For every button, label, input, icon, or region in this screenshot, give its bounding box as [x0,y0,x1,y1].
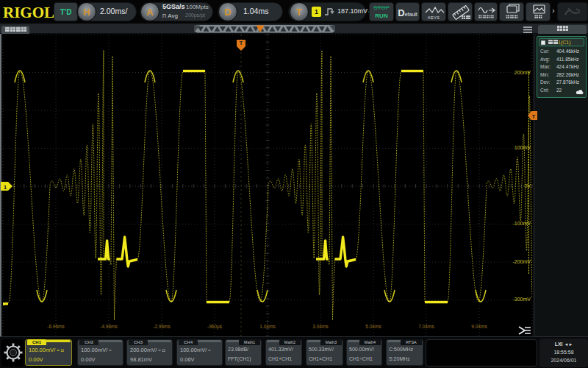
svg-text:T: T [240,40,243,46]
svg-text:1: 1 [4,184,7,191]
svg-text:T: T [532,113,536,120]
